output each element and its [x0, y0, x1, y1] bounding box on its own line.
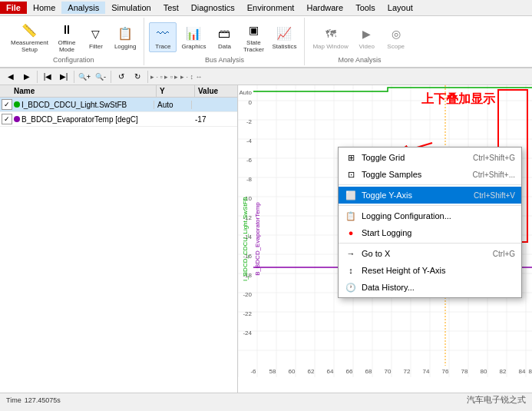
ribbon-group-configuration: 📏 MeasurementSetup ⏸ OfflineMode ▽ Filte… [3, 18, 144, 65]
toolbar-redo[interactable]: ↻ [130, 69, 145, 85]
signal1-name: I_BDCD_CDCU_Light.SwStFB [21, 101, 154, 109]
y-col-header: Y [157, 85, 195, 97]
status-time-value: 127.45075s [25, 396, 61, 404]
filter-label: Filter [89, 43, 103, 50]
graphics-button[interactable]: 📊 Graphics [178, 23, 209, 51]
signal2-checkbox[interactable]: ✓ [2, 114, 12, 124]
ctx-divider-1 [339, 184, 521, 185]
signal1-color [14, 101, 20, 108]
ctx-start-logging[interactable]: ● Start Logging [339, 224, 521, 241]
ctx-data-history[interactable]: 🕐 Data History... [339, 279, 521, 296]
ctx-reset-height[interactable]: ↕ Reset Height of Y-Axis [339, 262, 521, 279]
video-button[interactable]: ▶ Video [353, 23, 381, 51]
svg-text:-2: -2 [246, 118, 253, 125]
menu-simulation[interactable]: Simulation [105, 2, 157, 14]
filter-button[interactable]: ▽ Filter [82, 23, 110, 51]
menu-file[interactable]: File [0, 2, 27, 14]
svg-text:Auto: Auto [240, 89, 253, 96]
goto-x-icon: → [345, 247, 357, 260]
menu-diagnostics[interactable]: Diagnostics [185, 2, 241, 14]
panel-header: Name Y Value [0, 85, 237, 98]
svg-text:82: 82 [500, 368, 507, 375]
offline-mode-label: OfflineMode [58, 39, 75, 53]
toolbar-forward[interactable]: ▶ [19, 69, 35, 85]
svg-text:-24: -24 [243, 330, 252, 336]
ctx-toggle-samples[interactable]: ⊡ Toggle Samples Ctrl+Shift+... [339, 166, 521, 183]
logging-config-label: Logging Configuration... [362, 211, 515, 220]
filter-icon: ▽ [87, 25, 105, 43]
svg-text:84: 84 [519, 368, 526, 375]
toolbar-extra: ▸ · ▫ ▸ ▫ ▸ ▸ · ↕ ↔ [150, 73, 202, 81]
menu-environment[interactable]: Environment [241, 2, 301, 14]
start-logging-label: Start Logging [362, 228, 515, 237]
svg-text:58: 58 [269, 368, 276, 375]
data-button[interactable]: 🗃 Data [210, 23, 238, 51]
name-col-header: Name [11, 85, 157, 97]
offline-mode-icon: ⏸ [58, 21, 76, 39]
svg-text:-6: -6 [250, 368, 256, 375]
map-window-icon: 🗺 [322, 25, 340, 43]
offline-mode-button[interactable]: ⏸ OfflineMode [53, 19, 81, 55]
svg-text:76: 76 [442, 368, 449, 375]
ctx-toggle-grid[interactable]: ⊞ Toggle Grid Ctrl+Shift+G [339, 149, 521, 166]
toolbar-undo[interactable]: ↺ [114, 69, 129, 85]
toolbar-zoom-in[interactable]: 🔍+ [77, 69, 92, 85]
svg-text:70: 70 [385, 368, 392, 375]
logging-button[interactable]: 📋 Logging [111, 23, 139, 51]
logging-label: Logging [114, 43, 136, 50]
svg-text:-20: -20 [243, 291, 252, 298]
main-layout: Name Y Value ✓ I_BDCD_CDCU_Light.SwStFB … [0, 85, 532, 393]
svg-text:64: 64 [327, 368, 334, 375]
graphics-label: Graphics [181, 43, 206, 50]
toggle-samples-shortcut: Ctrl+Shift+... [472, 171, 515, 179]
ctx-logging-config[interactable]: 📋 Logging Configuration... [339, 207, 521, 224]
measurement-setup-button[interactable]: 📏 MeasurementSetup [8, 19, 51, 55]
toggle-samples-icon: ⊡ [345, 168, 357, 181]
menu-hardware[interactable]: Hardware [300, 2, 349, 14]
toolbar-back[interactable]: ◀ [3, 69, 18, 85]
trace-label: Trace [155, 43, 170, 50]
signal-row-1[interactable]: ✓ I_BDCD_CDCU_Light.SwStFB Auto [0, 98, 237, 112]
signal-row-2[interactable]: ✓ B_BDCD_EvaporatorTemp [degC] -17 [0, 112, 237, 127]
bus-group-label: Bus Analysis [205, 56, 244, 64]
toolbar-end[interactable]: ▶| [56, 69, 71, 85]
signal1-checkbox[interactable]: ✓ [2, 99, 12, 110]
toolbar-zoom-out[interactable]: 🔍- [93, 69, 108, 85]
menu-layout[interactable]: Layout [382, 2, 419, 14]
ctx-toggle-y-axis[interactable]: ⬜ Toggle Y-Axis Ctrl+Shift+V [339, 187, 521, 204]
svg-text:74: 74 [423, 368, 430, 375]
menu-analysis[interactable]: Analysis [61, 2, 105, 14]
menu-bar: File Home Analysis Simulation Test Diagn… [0, 0, 532, 16]
data-history-label: Data History... [362, 283, 515, 292]
state-tracker-button[interactable]: ▣ StateTracker [240, 19, 267, 55]
ctx-goto-x[interactable]: → Go to X Ctrl+G [339, 245, 521, 262]
left-panel: Name Y Value ✓ I_BDCD_CDCU_Light.SwStFB … [0, 85, 238, 393]
menu-test[interactable]: Test [157, 2, 185, 14]
statistics-button[interactable]: 📈 Statistics [269, 23, 299, 51]
logging-config-icon: 📋 [345, 210, 357, 222]
graphics-icon: 📊 [184, 25, 203, 43]
scope-button[interactable]: ◎ Scope [382, 23, 410, 51]
menu-home[interactable]: Home [27, 2, 61, 14]
state-tracker-icon: ▣ [244, 21, 263, 39]
data-icon: 🗃 [215, 25, 233, 43]
start-logging-icon: ● [345, 227, 357, 239]
svg-text:72: 72 [404, 368, 411, 375]
svg-text:62: 62 [308, 368, 315, 375]
more-group-label: More Analysis [339, 56, 382, 64]
ctx-divider-2 [339, 205, 521, 206]
toggle-grid-label: Toggle Grid [362, 153, 473, 162]
chart-area: Auto 0 -2 -4 -6 -8 -10 -12 -14 -16 -18 -… [238, 85, 532, 393]
ribbon-group-bus-analysis: 〰 Trace 📊 Graphics 🗃 Data ▣ StateTracker… [144, 18, 305, 65]
map-window-button[interactable]: 🗺 Map Window [309, 23, 351, 51]
ribbon-group-more-analysis: 🗺 Map Window ▶ Video ◎ Scope More Analys… [305, 18, 414, 65]
svg-text:-8: -8 [246, 176, 253, 183]
scope-label: Scope [387, 43, 405, 50]
sep2 [74, 71, 74, 83]
menu-tools[interactable]: Tools [349, 2, 382, 14]
logging-icon: 📋 [116, 25, 134, 43]
context-menu: ⊞ Toggle Grid Ctrl+Shift+G ⊡ Toggle Samp… [338, 147, 522, 298]
trace-button[interactable]: 〰 Trace [149, 22, 177, 52]
signal2-name: B_BDCD_EvaporatorTemp [degC] [21, 115, 154, 124]
toolbar-start[interactable]: |◀ [40, 69, 55, 85]
